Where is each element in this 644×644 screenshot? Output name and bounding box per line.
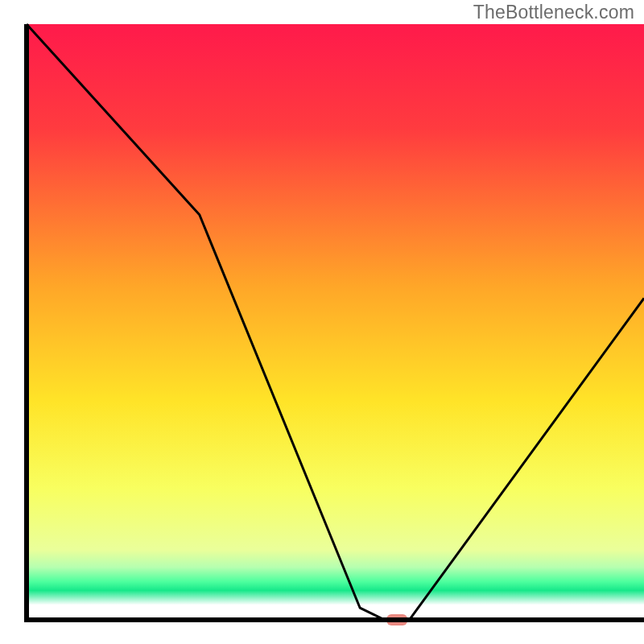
watermark-text: TheBottleneck.com [473, 2, 634, 23]
chart-container: TheBottleneck.com [0, 0, 644, 644]
bottleneck-chart [0, 0, 644, 644]
svg-rect-1 [27, 24, 644, 605]
